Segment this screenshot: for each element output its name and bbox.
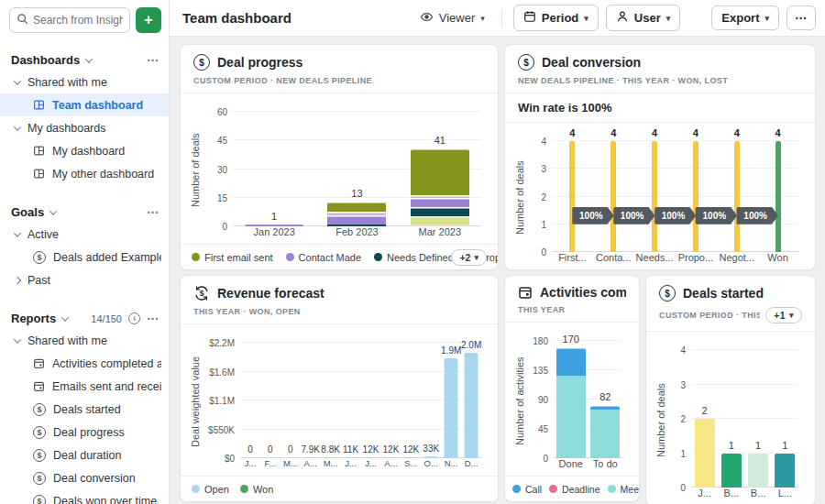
search-box[interactable] xyxy=(9,7,130,33)
bar-stack-done[interactable] xyxy=(556,341,586,458)
bar-stack-won[interactable] xyxy=(776,141,781,252)
dashboard-canvas: $ Deal progress CUSTOM PERIOD · NEW DEAL… xyxy=(170,37,825,504)
export-button[interactable]: Export ▾ xyxy=(711,5,779,30)
bar-stack-first[interactable] xyxy=(569,141,575,252)
search-input[interactable] xyxy=(33,14,123,27)
sidebar-item-team-dashboard[interactable]: Team dashboard xyxy=(0,93,169,116)
eye-icon xyxy=(420,10,434,27)
legend-label: First email sent xyxy=(204,252,273,263)
bar-stack-o[interactable] xyxy=(424,343,438,458)
sidebar-item-my-dashboard[interactable]: My dashboard xyxy=(9,139,161,162)
bar-stack-b[interactable] xyxy=(748,350,768,488)
sidebar-item-deals-won-over-time[interactable]: $Deals won over time xyxy=(9,489,161,504)
legend-item-deadline[interactable]: Deadline xyxy=(549,484,600,495)
y-tick-label: 180 xyxy=(533,336,548,346)
legend-item-meeting[interactable]: Meeting xyxy=(608,484,639,495)
legend-item-first-email-sent[interactable]: First email sent xyxy=(192,252,273,263)
dashboards-section-header[interactable]: Dashboards ⋯ xyxy=(9,49,161,71)
bar-stack-n[interactable] xyxy=(445,343,458,458)
deal-icon: $ xyxy=(193,54,210,71)
goals-section-header[interactable]: Goals ⋯ xyxy=(9,202,161,223)
bar-stack-b[interactable] xyxy=(721,350,742,488)
x-tick-label: D... xyxy=(461,458,481,476)
deal-icon: $ xyxy=(33,403,46,416)
bar-done: 170 xyxy=(554,341,588,458)
bar-stack-f[interactable] xyxy=(263,343,277,458)
legend-more-badge[interactable]: +2 ▾ xyxy=(451,249,487,266)
sidebar-group-past[interactable]: Past xyxy=(9,268,161,291)
bar-stack-jan-2023[interactable] xyxy=(245,112,303,226)
bar-stack-propo[interactable] xyxy=(693,141,698,252)
filters-more-badge[interactable]: +1 ▾ xyxy=(765,307,802,323)
calendar-icon xyxy=(518,285,533,300)
bar-b: 1 xyxy=(718,350,744,488)
legend-item-won[interactable]: Won xyxy=(240,484,273,495)
sidebar-item-my-other-dashboard[interactable]: My other dashboard xyxy=(9,162,161,185)
bar-stack-mar-2023[interactable] xyxy=(411,112,469,226)
bar-stack-negot[interactable] xyxy=(734,141,740,252)
reports-menu-icon[interactable]: ⋯ xyxy=(147,312,160,324)
bar-stack-m[interactable] xyxy=(324,343,337,458)
reports-section-header[interactable]: Reports 14/150 i ⋯ xyxy=(9,308,161,329)
legend-item-contact-made[interactable]: Contact Made xyxy=(286,252,361,263)
sidebar-item-deals-started[interactable]: $Deals started xyxy=(9,398,161,421)
sidebar-item-label: Deal duration xyxy=(53,449,121,462)
dashboards-menu-icon[interactable]: ⋯ xyxy=(147,54,160,66)
legend-item-call[interactable]: Call xyxy=(512,484,542,495)
activities-legend: CallDeadlineMeeting xyxy=(505,476,639,501)
bar-stack-j[interactable] xyxy=(344,343,358,458)
user-button[interactable]: User ▾ xyxy=(606,5,680,31)
bar-stack-j[interactable] xyxy=(695,350,715,488)
y-axis-label: Number of deals xyxy=(188,97,202,244)
x-axis-labels: J...B...B...L... xyxy=(691,488,798,504)
bar-stack-needs[interactable] xyxy=(652,141,657,252)
legend-item-open[interactable]: Open xyxy=(192,484,229,495)
more-button[interactable]: ⋯ xyxy=(786,5,816,30)
add-button[interactable]: + xyxy=(136,7,161,33)
bar-stack-l[interactable] xyxy=(775,350,795,488)
revenue-forecast-plot: Deal weighted value$0$550K$1.1M$1.6M$2.2… xyxy=(188,328,489,476)
bar-stack-a[interactable] xyxy=(303,343,317,458)
bar-j: 11K xyxy=(341,343,361,458)
sidebar-item-deal-conversion[interactable]: $Deal conversion xyxy=(9,466,161,489)
viewer-label: Viewer xyxy=(439,11,476,25)
forecast-icon: $ xyxy=(193,285,210,301)
bar-stack-feb-2023[interactable] xyxy=(327,112,386,226)
legend-item-needs-defined[interactable]: Needs Defined xyxy=(374,252,454,263)
bar-stack-conta[interactable] xyxy=(610,141,616,252)
y-tick-label: 0 xyxy=(541,247,546,257)
sidebar-item-activities-completed-an[interactable]: Activities completed an... xyxy=(9,352,161,375)
bar-stack-j[interactable] xyxy=(364,343,378,458)
sidebar-item-emails-sent-and-received[interactable]: Emails sent and received xyxy=(9,375,161,398)
y-tick-label: 1 xyxy=(541,219,546,229)
period-button[interactable]: Period ▾ xyxy=(513,5,599,31)
y-tick-label: 4 xyxy=(680,345,686,356)
bar-value-label: 12K xyxy=(383,444,400,455)
bar-value-label: 0 xyxy=(248,444,253,455)
sidebar-item-label: Deals added Example t... xyxy=(53,251,161,264)
bar-value-label: 1 xyxy=(755,440,761,451)
goals-list: Active$Deals added Example t...Past xyxy=(9,223,161,291)
sidebar-item-deals-added-example-t[interactable]: $Deals added Example t... xyxy=(9,246,161,268)
bar-stack-j[interactable] xyxy=(243,343,257,458)
info-icon[interactable]: i xyxy=(128,312,140,324)
sidebar-group-my-dashboards[interactable]: My dashboards xyxy=(9,116,161,139)
sidebar-group-shared-with-me[interactable]: Shared with me xyxy=(9,329,161,352)
bar-value-label: 170 xyxy=(563,334,579,345)
y-tick-label: $1.1M xyxy=(209,396,235,406)
bar-stack-m[interactable] xyxy=(283,343,297,458)
bar-stack-a[interactable] xyxy=(384,343,398,458)
x-tick-label: Won xyxy=(757,252,798,269)
sidebar-item-deal-duration[interactable]: $Deal duration xyxy=(9,444,161,466)
viewer-dropdown[interactable]: Viewer ▾ xyxy=(414,6,490,30)
sidebar-item-deal-progress[interactable]: $Deal progress xyxy=(9,421,161,444)
grid-icon xyxy=(33,99,45,111)
sidebar-group-active[interactable]: Active xyxy=(9,223,161,246)
y-tick-label: 135 xyxy=(533,366,548,376)
bar-stack-s[interactable] xyxy=(404,343,418,458)
sidebar-group-shared-with-me[interactable]: Shared with me xyxy=(9,71,161,93)
bar-segment xyxy=(303,457,317,458)
bar-stack-d[interactable] xyxy=(465,343,478,458)
goals-menu-icon[interactable]: ⋯ xyxy=(147,206,160,218)
bar-segment xyxy=(695,419,715,488)
